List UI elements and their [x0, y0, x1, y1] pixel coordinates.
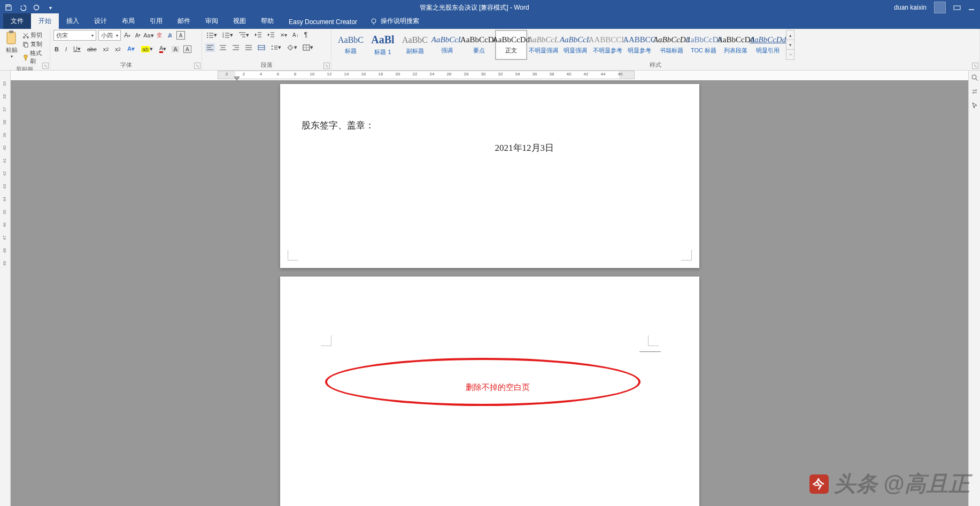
font-color-icon[interactable]: A▾ — [158, 44, 167, 54]
gallery-more-icon[interactable]: ⎓ — [786, 50, 794, 59]
font-name-combo[interactable]: 仿宋▾ — [53, 30, 96, 41]
tab-file[interactable]: 文件 — [3, 13, 31, 29]
align-right-icon[interactable] — [231, 43, 241, 52]
paste-button[interactable]: 粘贴 ▾ — [3, 30, 20, 59]
window-title: 管案之光股东会决议 [兼容模式] - Word — [55, 3, 894, 12]
horizontal-ruler[interactable]: 2246810121416182022242628303234363840424… — [218, 71, 635, 79]
svg-line-57 — [976, 79, 978, 81]
page-2: 删除不掉的空白页 — [280, 277, 699, 506]
change-case-icon[interactable]: Aa▾ — [144, 31, 153, 40]
style-iq[interactable]: AaBbCcDd明显引用 — [752, 30, 784, 60]
style-sr[interactable]: AABBCC明显参考 — [623, 30, 655, 60]
annotation-ellipse — [325, 358, 641, 406]
clear-format-icon[interactable]: A̷ — [166, 31, 174, 40]
tab-mailings[interactable]: 邮件 — [170, 13, 198, 29]
select-icon[interactable] — [971, 102, 978, 109]
tab-view[interactable]: 视图 — [226, 13, 253, 29]
asian-layout-icon[interactable]: ✕▾ — [279, 31, 288, 39]
svg-point-56 — [972, 75, 976, 79]
undo-icon[interactable] — [18, 3, 27, 12]
styles-launcher[interactable]: ⤡ — [972, 63, 978, 69]
style-se[interactable]: AaBbCcL明显强调 — [559, 30, 591, 60]
bold-button[interactable]: B — [53, 45, 60, 53]
gallery-down-icon[interactable]: ▾ — [786, 40, 794, 50]
char-border-icon[interactable]: A — [183, 45, 191, 53]
shrink-font-icon[interactable]: A▾ — [134, 31, 142, 40]
shading-icon[interactable]: ▾ — [285, 43, 298, 52]
decrease-indent-icon[interactable] — [253, 30, 263, 39]
paste-icon — [5, 30, 19, 46]
tab-references[interactable]: 引用 — [142, 13, 170, 29]
borders-icon[interactable]: ▾ — [302, 43, 314, 52]
tab-edc[interactable]: Easy Document Creator — [281, 15, 365, 29]
side-pane — [968, 71, 980, 506]
justify-icon[interactable] — [244, 43, 253, 52]
tab-design[interactable]: 设计 — [87, 13, 114, 29]
underline-button[interactable]: U▾ — [72, 44, 82, 53]
sort-icon[interactable]: A↓ — [291, 31, 300, 39]
tab-layout[interactable]: 布局 — [114, 13, 142, 29]
enclose-char-icon[interactable]: A — [176, 31, 185, 40]
cut-button[interactable]: 剪切 — [22, 31, 47, 39]
style-ir[interactable]: AABBCCL不明显参考 — [591, 30, 623, 60]
style-lp[interactable]: AaBbCcDd列表段落 — [720, 30, 752, 60]
tab-insert[interactable]: 插入 — [59, 13, 87, 29]
style-toc[interactable]: AaBbCcDdTOC 标题 — [688, 30, 720, 60]
increase-indent-icon[interactable] — [266, 30, 276, 39]
phonetic-guide-icon[interactable]: 变 — [155, 31, 164, 40]
text-effects-icon[interactable]: A▾ — [126, 44, 136, 53]
italic-button[interactable]: I — [64, 45, 68, 53]
char-shading-icon[interactable]: A — [172, 46, 179, 52]
style-ie[interactable]: AaBbCcL不明显强调 — [527, 30, 559, 60]
ribbon-options-icon[interactable] — [953, 4, 961, 11]
redo-icon[interactable] — [32, 3, 41, 12]
copy-button[interactable]: 复制 — [22, 40, 47, 48]
tell-me-search[interactable]: 操作说明搜索 — [365, 13, 425, 29]
font-size-combo[interactable]: 小四▾ — [98, 30, 121, 41]
style-gallery-controls: ▴ ▾ ⎓ — [786, 30, 794, 60]
find-icon[interactable] — [971, 74, 978, 81]
style-h[interactable]: AaBbC标题 — [335, 30, 367, 60]
tab-review[interactable]: 审阅 — [198, 13, 226, 29]
highlight-icon[interactable]: ab▾ — [140, 44, 154, 53]
clipboard-launcher[interactable]: ⤡ — [42, 63, 49, 69]
save-icon[interactable] — [4, 3, 13, 12]
line-spacing-icon[interactable]: ▾ — [269, 43, 282, 52]
bullets-icon[interactable]: ▾ — [205, 30, 218, 40]
style-em[interactable]: AaBbCcL强调 — [431, 30, 463, 60]
user-name[interactable]: duan kaixin — [894, 4, 927, 11]
user-avatar[interactable] — [934, 2, 946, 13]
align-left-icon[interactable] — [205, 43, 215, 52]
gallery-up-icon[interactable]: ▴ — [786, 30, 794, 40]
tab-help[interactable]: 帮助 — [253, 13, 281, 29]
brush-icon — [22, 54, 28, 60]
align-center-icon[interactable] — [218, 43, 228, 52]
grow-font-icon[interactable]: A▴ — [123, 31, 132, 40]
vertical-ruler[interactable]: 353637383940414243444546474849 — [0, 71, 11, 506]
subscript-button[interactable]: x2 — [102, 45, 110, 53]
paragraph-launcher[interactable]: ⤡ — [323, 63, 330, 69]
svg-rect-0 — [7, 5, 10, 6]
minimize-icon[interactable] — [968, 4, 975, 11]
ribbon: 粘贴 ▾ 剪切 复制 格式刷 剪贴板 ⤡ 仿宋▾ 小四▾ A▴ A▾ Aa▾ 变… — [0, 29, 980, 71]
style-pt[interactable]: AaBbCcDd要点 — [463, 30, 495, 60]
font-launcher[interactable]: ⤡ — [194, 63, 200, 69]
style-normal[interactable]: AaBbCcDd正文 — [495, 30, 527, 60]
group-styles: AaBbC标题AaBl标题 1AaBbC副标题AaBbCcL强调AaBbCcDd… — [331, 29, 980, 70]
qat-customize-icon[interactable]: ▾ — [46, 3, 55, 12]
multilevel-icon[interactable]: ▾ — [237, 30, 250, 40]
style-sub[interactable]: AaBbC副标题 — [399, 30, 431, 60]
tab-home[interactable]: 开始 — [31, 13, 59, 29]
show-marks-icon[interactable]: ¶ — [303, 30, 308, 40]
style-h1[interactable]: AaBl标题 1 — [367, 30, 399, 60]
strikethrough-button[interactable]: abc — [86, 45, 98, 53]
lightbulb-icon — [370, 18, 377, 25]
distributed-icon[interactable] — [257, 43, 266, 52]
doc-line-signature[interactable]: 股东签字、盖章： — [302, 119, 374, 132]
document-area[interactable]: 股东签字、盖章： 2021年12月3日 删除不掉的空白页 — [11, 80, 968, 506]
style-bt[interactable]: AaBbCcDd书籍标题 — [655, 30, 688, 60]
doc-line-date[interactable]: 2021年12月3日 — [495, 142, 554, 154]
superscript-button[interactable]: x2 — [114, 45, 122, 53]
numbering-icon[interactable]: 123▾ — [221, 30, 234, 40]
replace-icon[interactable] — [971, 88, 978, 95]
